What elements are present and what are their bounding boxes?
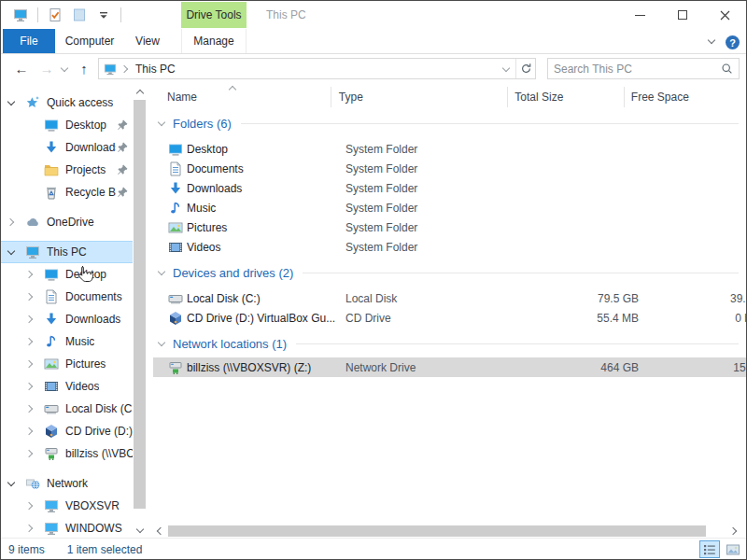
forward-button[interactable]: → [36, 54, 57, 83]
column-header-type[interactable]: Type [331, 87, 509, 107]
status-bar: 9 items 1 item selected [1, 538, 746, 560]
this-pc-icon [13, 7, 28, 22]
large-icons-view-button[interactable] [723, 540, 743, 558]
sidebar-item-network[interactable]: Network [1, 472, 133, 495]
sidebar-item-downloads-pinned[interactable]: Downloads [1, 136, 133, 159]
tab-view[interactable]: View [124, 29, 171, 53]
chevron-right-icon [25, 427, 35, 436]
sidebar-item-local-disk[interactable]: Local Disk (C:) [1, 398, 133, 420]
sidebar-item-windows[interactable]: WINDOWS [1, 517, 133, 538]
folders-rows: Desktop System Folder Documents System F… [153, 139, 747, 257]
address-dropdown-caret[interactable] [497, 64, 515, 74]
tab-computer[interactable]: Computer [57, 29, 122, 53]
desktop-icon [168, 142, 183, 157]
file-row-music[interactable]: Music System Folder [153, 198, 747, 217]
properties-button[interactable] [45, 5, 65, 25]
file-row-billziss-selected[interactable]: billziss (\\VBOXSVR) (Z:) Network Drive … [153, 357, 747, 377]
sidebar-item-onedrive[interactable]: OneDrive [1, 211, 133, 233]
breadcrumb-chevron-icon[interactable] [120, 64, 130, 74]
desktop-icon [44, 118, 59, 133]
sidebar-item-recycle-bin-pinned[interactable]: Recycle Bin [1, 181, 133, 203]
close-button[interactable] [704, 1, 746, 29]
address-bar[interactable]: This PC [98, 58, 536, 79]
chevron-down-icon [157, 339, 166, 348]
tab-file[interactable]: File [3, 29, 55, 53]
details-view-button[interactable] [699, 540, 720, 558]
navigation-bar: ← → ↑ This PC [1, 54, 746, 83]
sidebar-item-this-pc[interactable]: This PC [1, 241, 133, 263]
refresh-button[interactable] [515, 59, 535, 78]
file-list-pane: Name Type Total Size Free Space Folders … [153, 83, 747, 525]
this-pc-icon[interactable] [10, 5, 31, 25]
file-row-documents[interactable]: Documents System Folder [153, 159, 747, 178]
chevron-right-icon [25, 292, 35, 301]
sidebar-item-pictures[interactable]: Pictures [1, 353, 133, 375]
horizontal-scrollbar[interactable] [153, 525, 747, 537]
downloads-icon [168, 181, 183, 196]
file-explorer-window: Drive Tools This PC File Computer View M… [0, 0, 747, 560]
group-header-devices[interactable]: Devices and drives (2) [153, 260, 747, 285]
scroll-right-arrow[interactable] [729, 526, 739, 536]
chevron-right-icon [25, 382, 35, 391]
sidebar-item-documents[interactable]: Documents [1, 286, 133, 308]
minimize-button[interactable] [619, 1, 661, 29]
maximize-button[interactable] [661, 1, 703, 29]
file-row-desktop[interactable]: Desktop System Folder [153, 139, 747, 159]
sidebar-item-vboxsvr[interactable]: VBOXSVR [1, 495, 133, 517]
recent-locations-caret[interactable] [57, 54, 72, 83]
group-header-network-locations[interactable]: Network locations (1) [153, 331, 747, 356]
minimize-icon [635, 15, 645, 16]
sidebar-item-desktop-pinned[interactable]: Desktop [1, 114, 133, 136]
recycle-bin-icon [44, 185, 59, 200]
customize-quick-access-button[interactable] [93, 5, 114, 25]
sidebar-item-quick-access[interactable]: Quick access [1, 91, 133, 114]
back-button[interactable]: ← [10, 54, 33, 83]
sidebar-item-music[interactable]: Music [1, 330, 133, 353]
pin-icon [116, 119, 129, 132]
column-header-name[interactable]: Name [153, 87, 331, 107]
up-button[interactable]: ↑ [75, 54, 93, 83]
details-view-icon [702, 542, 717, 557]
sidebar-scrollbar[interactable] [133, 85, 148, 537]
scroll-up-arrow[interactable] [135, 87, 145, 96]
column-header-total-size[interactable]: Total Size [508, 87, 625, 107]
pin-icon [116, 163, 129, 176]
window-title: This PC [266, 8, 306, 21]
scroll-left-arrow[interactable] [155, 526, 164, 536]
sidebar-item-videos[interactable]: Videos [1, 375, 133, 398]
file-row-local-disk[interactable]: Local Disk (C:) Local Disk 79.5 GB 39.6 … [153, 288, 747, 308]
file-row-downloads[interactable]: Downloads System Folder [153, 178, 747, 198]
sidebar-item-desktop[interactable]: Desktop [1, 263, 133, 286]
chevron-right-icon [25, 359, 35, 369]
scroll-down-arrow[interactable] [135, 525, 145, 535]
search-box[interactable] [547, 58, 740, 79]
toolbar-separator [37, 7, 38, 22]
network-drive-icon [168, 360, 183, 375]
network-drive-icon [44, 446, 59, 461]
file-row-videos[interactable]: Videos System Folder [153, 237, 747, 257]
music-icon [168, 201, 183, 216]
sidebar-item-projects-pinned[interactable]: Projects [1, 159, 133, 181]
chevron-down-icon [157, 268, 166, 277]
item-count: 9 items [8, 543, 45, 556]
search-input[interactable] [554, 63, 721, 76]
minimize-ribbon-button[interactable] [707, 36, 716, 46]
tab-manage[interactable]: Manage [181, 29, 247, 53]
breadcrumb[interactable]: This PC [135, 63, 176, 76]
navigation-pane: Quick access Desktop Downloads Projects … [1, 83, 133, 538]
scrollbar-thumb[interactable] [134, 100, 146, 509]
file-row-cd-drive[interactable]: CD Drive (D:) VirtualBox Gu... CD Drive … [153, 308, 747, 328]
chevron-right-icon [25, 315, 35, 324]
help-button[interactable]: ? [726, 35, 740, 49]
network-rows: billziss (\\VBOXSVR) (Z:) Network Drive … [153, 357, 747, 377]
local-disk-icon [168, 291, 183, 306]
column-header-free-space[interactable]: Free Space [625, 87, 747, 107]
new-item-button[interactable] [69, 5, 90, 25]
group-header-folders[interactable]: Folders (6) [153, 111, 747, 135]
file-row-pictures[interactable]: Pictures System Folder [153, 217, 747, 237]
sidebar-item-downloads[interactable]: Downloads [1, 308, 133, 330]
group-divider [296, 343, 739, 344]
scrollbar-thumb[interactable] [168, 525, 706, 537]
sidebar-item-cd-drive[interactable]: CD Drive (D:) Vir [1, 420, 133, 442]
sidebar-item-billziss[interactable]: billziss (\\VBOXS [1, 442, 133, 465]
